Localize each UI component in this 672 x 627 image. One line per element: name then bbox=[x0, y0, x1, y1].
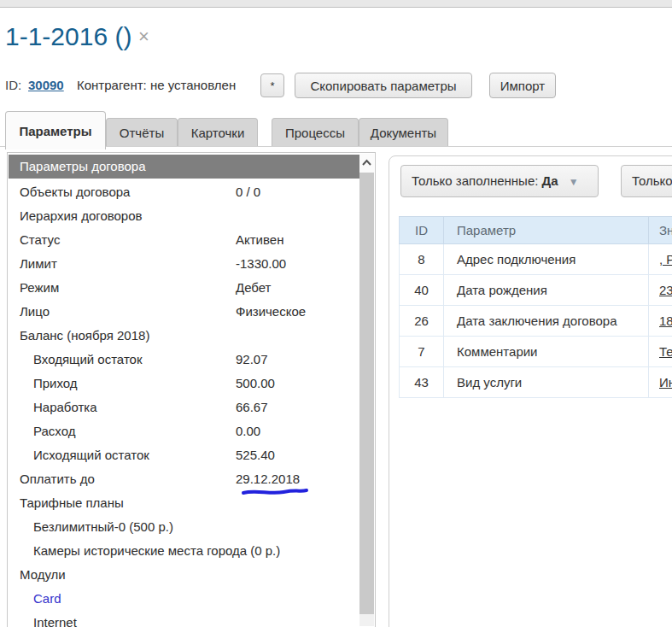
left-panel-scrollbar[interactable] bbox=[359, 154, 374, 626]
tab-processes[interactable]: Процессы bbox=[272, 118, 359, 146]
contract-page: 1-1-2016 () × ID: 30090 Контрагент: не у… bbox=[0, 0, 672, 627]
module-link-card[interactable]: Card bbox=[9, 587, 360, 611]
param-value-link[interactable]: Те bbox=[659, 344, 672, 359]
param-row-incoming-balance[interactable]: Входящий остаток92.07 bbox=[9, 348, 360, 372]
tab-documents[interactable]: Документы bbox=[359, 118, 448, 146]
table-row[interactable]: 7 Комментарии Те bbox=[400, 337, 672, 367]
scrollbar-thumb[interactable] bbox=[359, 173, 374, 614]
param-row-income[interactable]: Приход500.00 bbox=[9, 372, 360, 396]
counterparty-label: Контрагент: не установлен bbox=[77, 78, 236, 92]
param-group-modules[interactable]: Модули bbox=[9, 563, 360, 587]
param-group-balance[interactable]: Баланс (ноября 2018) bbox=[9, 324, 360, 348]
param-group-tariff-plans[interactable]: Тарифные планы bbox=[9, 491, 360, 515]
param-value-link[interactable]: Ин bbox=[659, 375, 672, 390]
param-row-tariff-cameras[interactable]: Камеры исторические места города (0 р.) bbox=[9, 539, 360, 563]
params-list: Объекты договора0 / 0 Иерархия договоров… bbox=[9, 180, 360, 627]
param-value-link[interactable]: 18 bbox=[659, 314, 672, 328]
module-row-internet[interactable]: Internet bbox=[9, 611, 360, 627]
meta-row: ID: 30090 Контрагент: не установлен * Ск… bbox=[0, 73, 672, 98]
param-value-link[interactable]: 23 bbox=[659, 283, 672, 297]
param-row-earned[interactable]: Наработка66.67 bbox=[9, 396, 360, 419]
id-label: ID: bbox=[5, 78, 21, 92]
table-row[interactable]: 43 Вид услуги Ин bbox=[400, 367, 672, 398]
tab-parameters[interactable]: Параметры bbox=[5, 111, 106, 149]
scrollbar-up-arrow-icon[interactable] bbox=[359, 154, 374, 173]
tab-cards[interactable]: Карточки bbox=[178, 118, 258, 146]
param-row-tariff-unlimited[interactable]: Безлимитный-0 (500 р.) bbox=[9, 515, 360, 539]
param-row-objects[interactable]: Объекты договора0 / 0 bbox=[9, 180, 360, 204]
params-section-header[interactable]: Параметры договора bbox=[9, 155, 360, 179]
param-row-outgoing-balance[interactable]: Исходящий остаток525.40 bbox=[9, 443, 360, 467]
col-header-id[interactable]: ID bbox=[400, 217, 444, 244]
filter-second-dropdown[interactable]: Только bbox=[621, 165, 672, 197]
param-row-mode[interactable]: РежимДебет bbox=[9, 276, 360, 300]
param-row-status[interactable]: СтатусАктивен bbox=[9, 228, 360, 252]
param-value-link[interactable]: , Р bbox=[659, 252, 672, 267]
close-icon[interactable]: × bbox=[138, 27, 149, 46]
copy-params-button[interactable]: Скопировать параметры bbox=[295, 73, 472, 98]
chevron-down-icon: ▼ bbox=[569, 176, 579, 188]
param-row-pay-until[interactable]: Оплатить до 29.12.2018 bbox=[9, 467, 360, 491]
parameters-table: ID Параметр Значение 8 Адрес подключения… bbox=[399, 216, 672, 398]
param-row-limit[interactable]: Лимит-1330.00 bbox=[9, 252, 360, 276]
table-row[interactable]: 40 Дата рождения 23 bbox=[400, 275, 672, 306]
param-row-person[interactable]: ЛицоФизическое bbox=[9, 300, 360, 324]
param-row-hierarchy[interactable]: Иерархия договоров bbox=[9, 204, 360, 228]
col-header-param[interactable]: Параметр bbox=[444, 217, 649, 244]
col-header-value[interactable]: Значение bbox=[649, 217, 672, 244]
param-values-panel: Только заполненные: Да ▼ Только ID Парам… bbox=[389, 155, 672, 627]
top-strip bbox=[0, 0, 672, 8]
table-row[interactable]: 26 Дата заключения договора 18 bbox=[400, 306, 672, 337]
contract-id-link[interactable]: 30090 bbox=[28, 78, 64, 92]
param-row-expense[interactable]: Расход0.00 bbox=[9, 419, 360, 443]
table-row[interactable]: 8 Адрес подключения , Р bbox=[400, 244, 672, 275]
contract-params-panel: Параметры договора Объекты договора0 / 0… bbox=[7, 152, 376, 627]
tab-reports[interactable]: Отчёты bbox=[106, 118, 178, 146]
page-title: 1-1-2016 () bbox=[5, 22, 131, 51]
star-button[interactable]: * bbox=[260, 73, 284, 97]
table-header-row: ID Параметр Значение bbox=[400, 217, 672, 244]
import-button[interactable]: Импорт bbox=[489, 73, 556, 98]
filter-only-filled-dropdown[interactable]: Только заполненные: Да ▼ bbox=[400, 165, 599, 197]
